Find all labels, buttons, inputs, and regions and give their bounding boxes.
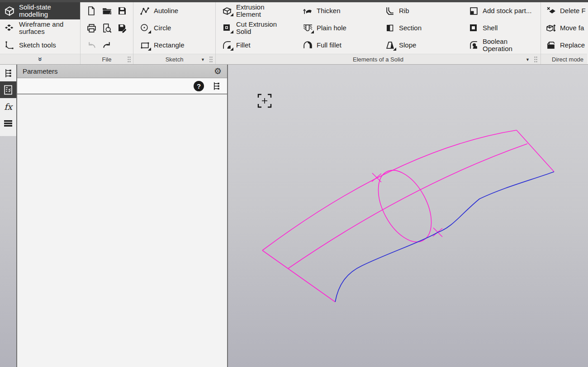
dropdown-corner [230, 13, 233, 16]
open-document-button[interactable] [101, 5, 112, 16]
solid-group-label: Elements of a Solid [353, 56, 403, 63]
delete-face-button[interactable]: Delete F [541, 2, 587, 19]
direct-group-label: Direct mode [552, 56, 583, 63]
button-label: Plain hole [317, 24, 346, 32]
boolean-operation-button[interactable]: Boolean Operation [462, 37, 541, 54]
button-label: Delete F [560, 7, 586, 14]
rectangle-button[interactable]: Rectangle [133, 37, 215, 54]
design-tree-tab[interactable] [0, 65, 16, 81]
group-grip-handle[interactable] [128, 56, 131, 64]
surface-interior-edge[interactable] [288, 144, 527, 268]
button-label: Autoline [154, 7, 178, 14]
tab-sketch-tools[interactable]: Sketch tools [0, 37, 80, 54]
sketch-group-label: Sketch [166, 56, 184, 63]
button-label: Extrusion Element [236, 4, 273, 18]
menu-tab[interactable] [0, 115, 16, 132]
undo-button[interactable] [86, 40, 97, 51]
file-group: File [81, 2, 133, 64]
ribbon: Solid-state modelling Wireframe and surf… [0, 2, 588, 65]
move-face-icon [545, 23, 556, 33]
button-label: Slope [399, 42, 416, 49]
delete-face-icon [545, 5, 556, 16]
group-grip-handle[interactable] [534, 56, 537, 64]
parameters-panel-header[interactable]: Parameters ⚙ [17, 65, 227, 78]
replace-face-button[interactable]: Replace [541, 37, 587, 54]
dropdown-corner [148, 47, 151, 51]
surface-right-edge[interactable] [517, 130, 554, 172]
tab-label: Solid-state modelling [19, 4, 74, 18]
print-button[interactable] [86, 23, 97, 33]
tab-label: Wireframe and surfaces [19, 21, 74, 35]
move-face-button[interactable]: Move fa [541, 19, 587, 37]
surface-top-edge[interactable] [262, 130, 517, 250]
design-tree-icon [3, 68, 13, 78]
shell-icon [468, 23, 479, 33]
section-ellipse[interactable] [367, 162, 442, 251]
button-label: Add stock part... [483, 7, 531, 14]
button-label: Boolean Operation [483, 38, 522, 52]
direct-group-label-bar[interactable]: Direct mode [541, 54, 587, 64]
parameters-icon [4, 85, 13, 95]
fillet-icon [222, 40, 232, 51]
dropdown-corner [148, 30, 151, 33]
save-button[interactable] [117, 5, 128, 16]
button-label: Cut Extrusion Solid [236, 21, 284, 35]
shell-button[interactable]: Shell [462, 19, 541, 37]
help-icon[interactable]: ? [194, 81, 204, 91]
print-preview-button[interactable] [101, 23, 112, 33]
autoline-button[interactable]: Autoline [133, 2, 215, 19]
circle-icon [139, 23, 150, 33]
fillet-button[interactable]: Fillet [216, 37, 296, 54]
parameters-tab[interactable] [0, 81, 16, 98]
wireframe-icon [4, 23, 15, 33]
dropdown-corner [230, 47, 233, 51]
section-button[interactable]: Section [379, 19, 462, 37]
new-document-button[interactable] [86, 5, 97, 16]
file-grid-spacer [117, 40, 128, 51]
parameters-panel: Parameters ⚙ ? [16, 65, 228, 367]
panel-side-strip: fx [0, 65, 16, 136]
slope-icon [384, 40, 395, 51]
autoline-icon [139, 5, 150, 16]
guide-curve-blue[interactable] [335, 172, 554, 302]
collapse-chevron-icon[interactable]: » [36, 57, 45, 61]
full-fillet-icon [302, 40, 313, 51]
group-dropdown-icon[interactable]: ▼ [201, 57, 205, 62]
button-label: Section [399, 24, 422, 32]
ribbon-collapse-bar[interactable]: » [0, 54, 80, 64]
gear-icon[interactable]: ⚙ [214, 67, 222, 75]
button-label: Full fillet [317, 42, 341, 49]
tree-view-icon[interactable] [212, 81, 221, 91]
button-label: Fillet [236, 42, 251, 49]
add-stock-part-button[interactable]: Add stock part... [462, 2, 541, 19]
group-dropdown-icon[interactable]: ▼ [526, 57, 530, 62]
thicken-button[interactable]: Thicken [296, 2, 379, 19]
tab-label: Sketch tools [19, 42, 56, 49]
tab-wireframe-surfaces[interactable]: Wireframe and surfaces [0, 19, 80, 37]
variables-tab[interactable]: fx [0, 98, 16, 115]
tab-solid-state-modelling[interactable]: Solid-state modelling [0, 2, 80, 19]
plain-hole-icon [302, 23, 313, 33]
mode-tabs-group: Solid-state modelling Wireframe and surf… [0, 2, 81, 64]
redo-button[interactable] [101, 40, 112, 51]
viewport-3d[interactable]: fx Parameters ⚙ ? [0, 65, 588, 367]
full-fillet-button[interactable]: Full fillet [296, 37, 379, 54]
surface-left-edge[interactable] [262, 250, 335, 302]
cut-extrusion-solid-button[interactable]: Cut Extrusion Solid [216, 19, 296, 37]
slope-button[interactable]: Slope [379, 37, 462, 54]
sketch-group-label-bar[interactable]: Sketch ▼ [133, 54, 215, 64]
extrusion-element-button[interactable]: Extrusion Element [216, 2, 296, 19]
button-label: Shell [483, 24, 498, 32]
save-as-button[interactable] [117, 23, 128, 33]
group-grip-handle[interactable] [209, 56, 213, 64]
direct-modeling-group: Delete F Move fa Replace Direct mode [541, 2, 587, 64]
vertex-marker-top[interactable] [372, 173, 381, 182]
elements-of-solid-group: Extrusion Element Cut Extrusion Solid Fi… [216, 2, 541, 64]
circle-button[interactable]: Circle [133, 19, 215, 37]
solid-group-label-bar[interactable]: Elements of a Solid ▼ [216, 54, 541, 64]
rib-button[interactable]: Rib [379, 2, 462, 19]
file-group-label-bar[interactable]: File [81, 54, 133, 64]
cut-extrusion-icon [222, 23, 232, 33]
button-label: Circle [154, 24, 171, 32]
plain-hole-button[interactable]: Plain hole [296, 19, 379, 37]
